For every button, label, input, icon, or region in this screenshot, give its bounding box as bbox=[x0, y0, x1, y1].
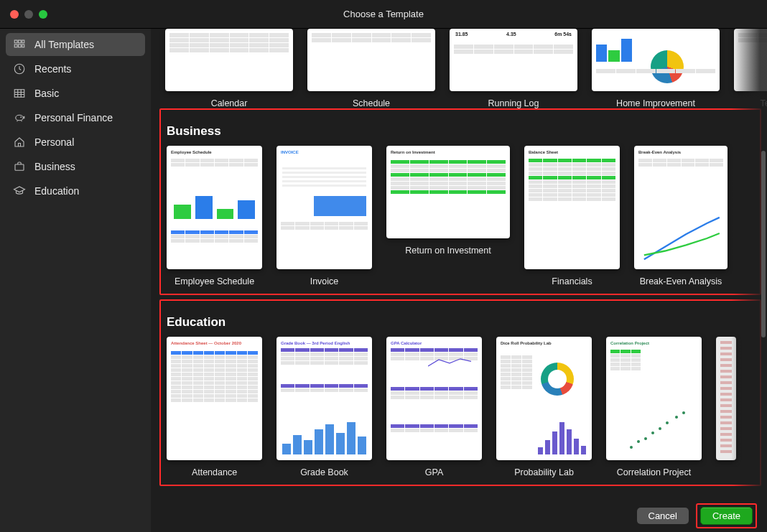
template-running-log[interactable]: 31.85 4.35 6m 54s Running Log bbox=[450, 29, 577, 108]
sidebar-item-label: All Templates bbox=[34, 39, 94, 50]
svg-point-16 bbox=[675, 416, 678, 419]
template-probability-lab[interactable]: Dice Roll Probability Lab Probability La… bbox=[496, 337, 592, 477]
piggy-icon bbox=[13, 111, 26, 124]
cancel-button[interactable]: Cancel bbox=[637, 508, 689, 524]
minimize-window-icon[interactable] bbox=[24, 10, 33, 19]
template-team-organization[interactable]: Team Organization bbox=[734, 29, 767, 108]
home-icon bbox=[13, 136, 26, 149]
template-row-top: Calendar Schedule 31.85 4.35 6m 54s bbox=[165, 29, 753, 108]
template-thumb bbox=[734, 29, 767, 91]
thumb-title: INVOICE bbox=[281, 150, 299, 154]
thumb-title: Break-Even Analysis bbox=[638, 150, 681, 154]
svg-point-8 bbox=[21, 117, 22, 118]
bottom-toolbar: Cancel Create bbox=[151, 500, 767, 532]
template-gpa[interactable]: GPA Calculator bbox=[386, 337, 482, 477]
svg-rect-9 bbox=[15, 164, 24, 170]
sidebar-item-label: Basic bbox=[34, 88, 59, 99]
sidebar-item-personal[interactable]: Personal bbox=[6, 131, 145, 154]
svg-point-11 bbox=[637, 440, 640, 443]
template-schedule[interactable]: Schedule bbox=[307, 29, 435, 108]
template-thumb: GPA Calculator bbox=[386, 337, 482, 460]
svg-rect-5 bbox=[22, 45, 24, 47]
template-correlation-project[interactable]: Correlation Project Correlation Project bbox=[606, 337, 702, 477]
template-gallery: Calendar Schedule 31.85 4.35 6m 54s bbox=[151, 29, 767, 532]
sidebar-item-label: Recents bbox=[34, 63, 71, 75]
running-stat: 4.35 bbox=[506, 32, 516, 37]
thumb-title: Dice Roll Probability Lab bbox=[501, 341, 552, 345]
create-button[interactable]: Create bbox=[700, 507, 753, 525]
highlight-create-button: Create bbox=[696, 503, 757, 528]
traffic-lights bbox=[0, 10, 151, 19]
sidebar: All Templates Recents Basic Personal Fin… bbox=[0, 29, 151, 532]
template-thumb bbox=[165, 29, 293, 91]
thumb-title: Correlation Project bbox=[610, 341, 649, 345]
sidebar-item-personal-finance[interactable]: Personal Finance bbox=[6, 106, 145, 129]
template-caption: Home Improvement bbox=[616, 98, 695, 108]
svg-rect-0 bbox=[14, 40, 17, 43]
svg-point-12 bbox=[644, 437, 647, 440]
svg-rect-1 bbox=[19, 40, 22, 43]
donut-chart-icon bbox=[541, 363, 574, 396]
template-thumb: Dice Roll Probability Lab bbox=[496, 337, 592, 460]
running-stat: 31.85 bbox=[455, 32, 468, 37]
template-caption: Schedule bbox=[353, 98, 390, 108]
sidebar-item-business[interactable]: Business bbox=[6, 155, 145, 178]
template-caption: Break-Even Analysis bbox=[640, 276, 722, 286]
template-home-improvement[interactable]: Home Improvement bbox=[592, 29, 720, 108]
clock-icon bbox=[13, 62, 26, 75]
scrollbar[interactable] bbox=[761, 151, 766, 337]
svg-point-17 bbox=[682, 411, 685, 414]
template-invoice[interactable]: INVOICE Invoice bbox=[276, 146, 372, 286]
sidebar-item-recents[interactable]: Recents bbox=[6, 57, 145, 80]
sidebar-item-all-templates[interactable]: All Templates bbox=[6, 33, 145, 56]
svg-point-13 bbox=[651, 431, 654, 434]
section-title-education: Education bbox=[167, 305, 754, 337]
template-grade-book[interactable]: Grade Book — 3rd Period English bbox=[276, 337, 372, 477]
close-window-icon[interactable] bbox=[10, 10, 19, 19]
template-caption: Grade Book bbox=[300, 467, 348, 477]
template-thumb: 31.85 4.35 6m 54s bbox=[450, 29, 577, 91]
thumb-title: GPA Calculator bbox=[391, 341, 422, 345]
template-row-education: Attendance Sheet — October 2020 bbox=[167, 337, 754, 477]
svg-rect-4 bbox=[19, 45, 22, 47]
template-thumb: Balance Sheet bbox=[524, 146, 620, 269]
svg-rect-3 bbox=[14, 45, 17, 47]
template-thumb: INVOICE bbox=[276, 146, 372, 269]
template-break-even-analysis[interactable]: Break-Even Analysis Break-Even Analysis bbox=[634, 146, 728, 286]
sidebar-item-label: Personal bbox=[34, 136, 74, 148]
template-employee-schedule[interactable]: Employee Schedule Employee Schedule bbox=[167, 146, 262, 286]
template-financials[interactable]: Balance Sheet bbox=[524, 146, 620, 286]
titlebar: Choose a Template bbox=[0, 0, 767, 29]
template-return-on-investment[interactable]: Return on Investment bbox=[386, 146, 510, 286]
template-caption: Attendance bbox=[192, 467, 237, 477]
template-attendance[interactable]: Attendance Sheet — October 2020 bbox=[167, 337, 262, 477]
window-title: Choose a Template bbox=[151, 9, 767, 19]
template-thumb: Grade Book — 3rd Period English bbox=[276, 337, 372, 460]
template-thumb bbox=[307, 29, 435, 91]
svg-point-10 bbox=[630, 446, 633, 449]
svg-point-15 bbox=[666, 421, 669, 424]
template-thumb: Break-Even Analysis bbox=[634, 146, 728, 269]
highlight-education-section: Education Attendance Sheet — October 202… bbox=[159, 299, 761, 486]
template-caption: GPA bbox=[425, 467, 443, 477]
section-title-business: Business bbox=[167, 114, 754, 146]
template-calendar[interactable]: Calendar bbox=[165, 29, 293, 108]
template-thumb: Return on Investment bbox=[386, 146, 510, 238]
sidebar-item-label: Education bbox=[34, 185, 79, 197]
template-caption: Return on Investment bbox=[405, 246, 491, 256]
maximize-window-icon[interactable] bbox=[39, 10, 47, 19]
sidebar-item-basic[interactable]: Basic bbox=[6, 82, 145, 105]
running-stat: 6m 54s bbox=[554, 32, 572, 37]
template-caption: Correlation Project bbox=[617, 467, 692, 477]
template-partial-next[interactable] bbox=[716, 337, 736, 477]
gradcap-icon bbox=[13, 185, 26, 197]
svg-point-14 bbox=[659, 427, 661, 430]
template-thumb: Correlation Project bbox=[606, 337, 702, 460]
thumb-title: Balance Sheet bbox=[529, 150, 558, 154]
briefcase-icon bbox=[13, 160, 26, 173]
template-caption: Employee Schedule bbox=[175, 276, 254, 286]
svg-rect-2 bbox=[22, 40, 24, 43]
template-caption: Team Organization bbox=[761, 98, 767, 108]
sidebar-item-education[interactable]: Education bbox=[6, 179, 145, 202]
grid-icon bbox=[13, 38, 26, 51]
